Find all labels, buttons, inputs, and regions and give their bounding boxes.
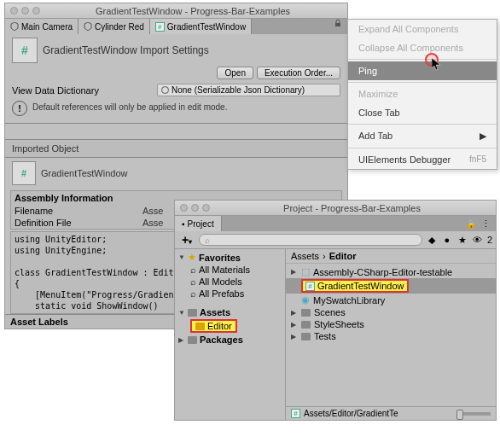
- list-item[interactable]: #GradientTestWindow: [286, 278, 496, 294]
- info-icon: !: [12, 101, 27, 116]
- breadcrumb: Assets › Editor: [286, 249, 496, 264]
- tab-cylinder-red[interactable]: Cylinder Red: [78, 19, 150, 34]
- menu-separator: [348, 59, 497, 60]
- tree-packages[interactable]: ▶ Packages: [175, 334, 285, 346]
- folder-icon: [188, 309, 197, 317]
- folder-icon: ▪: [182, 219, 185, 229]
- menu-expand-all: Expand All Components: [348, 20, 497, 38]
- svg-rect-0: [335, 23, 340, 26]
- asset-list: ▶⬚Assembly-CSharp-Editor-testable #Gradi…: [286, 264, 496, 406]
- view-dict-label: View Data Dictionary: [12, 85, 157, 96]
- folder-icon: [301, 309, 311, 317]
- path-bar: # Assets/Editor/GradientTe: [286, 406, 496, 420]
- cube-icon: [10, 22, 19, 31]
- swatch-icon: ◉: [301, 294, 310, 305]
- search-icon: ⌕: [190, 276, 196, 287]
- cube-icon: [84, 22, 92, 31]
- asset-path: Assets/Editor/GradientTe: [304, 409, 398, 418]
- folder-icon: [301, 333, 311, 340]
- tree-all-models[interactable]: ⌕All Models: [175, 276, 285, 288]
- puzzle-icon: ⬚: [301, 266, 310, 277]
- star-icon: ★: [188, 252, 196, 263]
- tab-main-camera[interactable]: Main Camera: [5, 19, 78, 34]
- info-box: ! Default references will only be applie…: [5, 97, 347, 124]
- filter-label-icon[interactable]: ●: [441, 234, 453, 246]
- max-dot[interactable]: [32, 7, 40, 15]
- search-icon: ⌕: [190, 288, 196, 299]
- tab-project[interactable]: ▪ Project: [175, 216, 222, 231]
- tree-assets[interactable]: ▼ Assets: [175, 306, 285, 318]
- project-titlebar[interactable]: Project - Progress-Bar-Examples: [175, 201, 496, 216]
- tab-bar: Main Camera Cylinder Red # GradientTestW…: [5, 19, 347, 34]
- menu-icon[interactable]: ⋮: [481, 218, 491, 230]
- lock-icon[interactable]: [328, 19, 347, 34]
- tab-gradient-test[interactable]: # GradientTestWindow: [150, 19, 252, 34]
- menu-close-tab[interactable]: Close Tab: [348, 103, 497, 122]
- script-icon: #: [305, 282, 315, 291]
- tree-editor[interactable]: Editor: [175, 318, 285, 334]
- menu-separator: [348, 82, 497, 83]
- menu-uielements-debugger[interactable]: UIElements DebuggerfnF5: [348, 150, 497, 169]
- list-item[interactable]: ◉MySwatchLibrary: [286, 294, 496, 306]
- create-button[interactable]: +▾: [178, 233, 195, 247]
- execution-order-button[interactable]: Execution Order...: [257, 67, 340, 79]
- menu-ping[interactable]: Ping: [348, 61, 497, 80]
- view-dict-field[interactable]: None (Serializable Json Dictionary): [157, 84, 340, 96]
- project-content: Assets › Editor ▶⬚Assembly-CSharp-Editor…: [286, 249, 496, 420]
- menu-maximize: Maximize: [348, 84, 497, 103]
- tree-all-materials[interactable]: ⌕All Materials: [175, 264, 285, 276]
- script-icon: #: [155, 22, 165, 32]
- min-dot[interactable]: [21, 7, 29, 15]
- cursor-icon: [432, 58, 442, 74]
- filter-type-icon[interactable]: ◆: [426, 234, 438, 246]
- min-dot[interactable]: [191, 204, 199, 212]
- context-menu: Expand All Components Collapse All Compo…: [347, 19, 497, 170]
- list-item[interactable]: ▶Scenes: [286, 306, 496, 318]
- project-window: Project - Progress-Bar-Examples ▪ Projec…: [174, 200, 497, 421]
- list-item[interactable]: ▶Tests: [286, 330, 496, 342]
- project-title: Project - Progress-Bar-Examples: [213, 203, 491, 213]
- close-dot[interactable]: [180, 204, 188, 212]
- menu-separator: [348, 148, 497, 148]
- lock-icon[interactable]: 🔒: [466, 219, 476, 229]
- window-titlebar[interactable]: GradientTestWindow - Progress-Bar-Exampl…: [5, 3, 347, 19]
- folder-icon: [301, 321, 311, 329]
- imported-name: GradientTestWindow: [41, 168, 128, 178]
- list-item[interactable]: ▶StyleSheets: [286, 318, 496, 330]
- script-icon: #: [12, 161, 36, 185]
- script-icon: #: [291, 409, 300, 418]
- size-slider[interactable]: [456, 412, 491, 416]
- folder-icon: [188, 336, 197, 344]
- asset-title: GradientTestWindow Import Settings: [43, 44, 209, 56]
- tree-all-prefabs[interactable]: ⌕All Prefabs: [175, 288, 285, 300]
- project-tree: ▼★ Favorites ⌕All Materials ⌕All Models …: [175, 249, 286, 420]
- hidden-icon[interactable]: 👁: [472, 234, 484, 246]
- asset-header: # GradientTestWindow Import Settings: [5, 34, 347, 67]
- open-button[interactable]: Open: [217, 67, 253, 79]
- search-input[interactable]: ⌕: [199, 234, 422, 246]
- hidden-count: 2: [487, 235, 492, 245]
- menu-collapse-all: Collapse All Components: [348, 38, 497, 57]
- list-item[interactable]: ▶⬚Assembly-CSharp-Editor-testable: [286, 265, 496, 278]
- breadcrumb-editor[interactable]: Editor: [329, 251, 357, 261]
- tree-favorites[interactable]: ▼★ Favorites: [175, 251, 285, 264]
- search-icon: ⌕: [190, 265, 196, 275]
- script-large-icon: #: [12, 38, 38, 63]
- folder-icon: [195, 323, 205, 330]
- window-title: GradientTestWindow - Progress-Bar-Exampl…: [44, 6, 342, 16]
- object-picker-icon[interactable]: [161, 86, 169, 94]
- menu-add-tab[interactable]: Add Tab▶: [348, 126, 497, 146]
- project-tabbar: ▪ Project 🔒 ⋮: [175, 216, 496, 231]
- favorite-icon[interactable]: ★: [456, 234, 468, 246]
- submenu-arrow-icon: ▶: [480, 131, 486, 142]
- max-dot[interactable]: [202, 204, 210, 212]
- breadcrumb-assets[interactable]: Assets: [291, 251, 319, 261]
- chevron-right-icon: ›: [323, 251, 326, 261]
- project-toolbar: +▾ ⌕ ◆ ● ★ 👁 2: [175, 231, 496, 249]
- imported-object-header: Imported Object: [5, 139, 347, 158]
- close-dot[interactable]: [10, 7, 18, 15]
- menu-separator: [348, 124, 497, 125]
